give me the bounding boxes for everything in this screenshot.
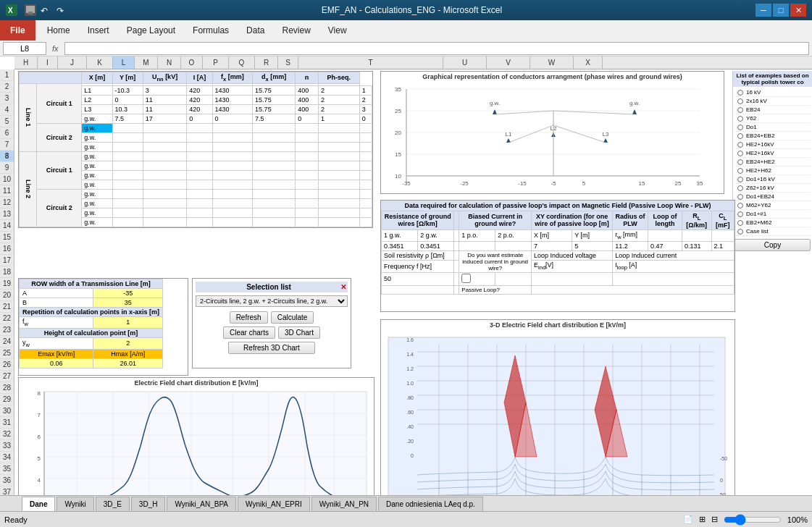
3d-chart-button[interactable]: 3D Chart xyxy=(278,326,320,339)
col-q: Q xyxy=(229,56,255,69)
col-p: P xyxy=(203,56,229,69)
window-title: EMF_AN - Calculations_ENG - Microsoft Ex… xyxy=(68,5,756,15)
svg-line-40 xyxy=(495,111,553,114)
svg-text:g.w.: g.w. xyxy=(490,100,500,106)
save-icon xyxy=(25,4,36,16)
redo-icon: ↷ xyxy=(56,4,68,16)
window-controls[interactable]: ─ □ ✕ xyxy=(756,4,806,17)
selection-close-btn[interactable]: ✕ xyxy=(340,283,346,291)
conductor-data-table: X [m] Y [m] Unn [kV] I [A] fx [mm] dx [m… xyxy=(18,71,373,228)
svg-text:15: 15 xyxy=(639,180,645,187)
conductor-chart-title: Graphical representation of conductors a… xyxy=(381,72,724,82)
titlebar: X ↶ ↷ EMF_AN - Calculations_ENG - Micros… xyxy=(0,0,812,20)
svg-text:0: 0 xyxy=(411,453,414,458)
menubar: File Home Insert Page Layout Formulas Da… xyxy=(0,20,812,41)
svg-text:-15: -15 xyxy=(518,180,527,187)
cell-reference[interactable] xyxy=(3,42,46,55)
menu-review[interactable]: Review xyxy=(273,22,319,38)
row-width-panel: ROW width of a Transmission Line [m] A -… xyxy=(18,278,188,376)
svg-line-41 xyxy=(553,111,635,114)
col-v: V xyxy=(487,56,530,69)
svg-text:1.6: 1.6 xyxy=(406,337,414,342)
estimate-induced-checkbox[interactable] xyxy=(461,274,471,283)
col-r: R xyxy=(255,56,278,69)
status-ready: Ready xyxy=(4,515,28,524)
svg-text:.20: .20 xyxy=(406,439,414,444)
svg-rect-42 xyxy=(44,392,367,495)
row-numbers: 1 2 3 4 5 6 7 8 9 10 11 12 13 14 15 16 1… xyxy=(0,69,14,495)
tab-wyniki[interactable]: Wyniki xyxy=(56,497,93,511)
svg-text:↷: ↷ xyxy=(56,6,64,16)
svg-text:50: 50 xyxy=(720,492,726,495)
fx-label: fx xyxy=(49,44,62,53)
tab-wyniki-an-bpa[interactable]: Wyniki_AN_BPA xyxy=(167,497,236,511)
conductor-arrangement-chart: Graphical representation of conductors a… xyxy=(380,71,724,194)
svg-line-38 xyxy=(508,125,553,143)
svg-text:X: X xyxy=(8,7,13,14)
clear-charts-button[interactable]: Clear charts xyxy=(223,326,275,339)
tab-dane[interactable]: Dane xyxy=(22,497,55,511)
tab-dane-odniesienia[interactable]: Dane odniesienia LAeq d.p. xyxy=(378,497,483,511)
svg-text:4: 4 xyxy=(38,477,41,484)
col-s: S xyxy=(278,56,298,69)
svg-text:.80: .80 xyxy=(406,395,414,400)
line-type-select[interactable]: 2-Circuits line, 2 g.w. + 2-Circuits lin… xyxy=(196,295,348,307)
title-left: X ↶ ↷ xyxy=(6,4,68,16)
svg-text:1.0: 1.0 xyxy=(406,381,414,386)
menu-data[interactable]: Data xyxy=(238,22,273,38)
tab-3d-h[interactable]: 3D_H xyxy=(131,497,166,511)
close-btn[interactable]: ✕ xyxy=(790,4,806,17)
refresh-button[interactable]: Refresh xyxy=(230,311,268,324)
menu-view[interactable]: View xyxy=(319,22,356,38)
menu-page-layout[interactable]: Page Layout xyxy=(118,22,184,38)
zoom-level: 100% xyxy=(787,515,808,524)
col-l: L xyxy=(113,56,135,69)
col-n: N xyxy=(158,56,181,69)
svg-marker-28 xyxy=(493,109,497,114)
file-menu-btn[interactable]: File xyxy=(0,20,35,41)
svg-text:0: 0 xyxy=(720,478,723,483)
status-view-normal[interactable]: 📄 xyxy=(683,515,693,524)
svg-text:10: 10 xyxy=(395,173,401,180)
col-m: M xyxy=(135,56,158,69)
menu-items: Home Insert Page Layout Formulas Data Re… xyxy=(35,20,812,41)
zoom-slider[interactable] xyxy=(724,514,782,526)
col-j: J xyxy=(58,56,87,69)
status-view-layout[interactable]: ⊞ xyxy=(699,515,706,524)
col-u: U xyxy=(443,56,487,69)
undo-icon: ↶ xyxy=(41,4,52,16)
svg-text:25: 25 xyxy=(395,108,401,114)
status-view-break[interactable]: ⊟ xyxy=(711,515,718,524)
svg-text:7: 7 xyxy=(38,412,41,418)
svg-text:6: 6 xyxy=(38,434,41,440)
col-t: T xyxy=(298,56,443,69)
excel-icon: X xyxy=(6,4,17,16)
formula-input[interactable] xyxy=(64,42,809,55)
spreadsheet-area: 1 2 3 4 5 6 7 8 9 10 11 12 13 14 15 16 1… xyxy=(0,69,812,495)
e-field-3d-title: 3-D Electric Field chart distribution E … xyxy=(381,320,734,330)
svg-line-39 xyxy=(553,125,606,143)
svg-text:-25: -25 xyxy=(460,180,469,187)
selection-list-panel: Selection list ✕ 2-Circuits line, 2 g.w.… xyxy=(192,278,351,368)
menu-home[interactable]: Home xyxy=(38,22,79,38)
svg-text:.60: .60 xyxy=(406,410,414,415)
plw-data-panel: Data required for calculation of passive… xyxy=(380,200,735,312)
copy-button[interactable]: Copy xyxy=(734,239,811,251)
svg-text:20: 20 xyxy=(395,130,401,136)
col-i: I xyxy=(38,56,58,69)
col-w: W xyxy=(530,56,574,69)
maximize-btn[interactable]: □ xyxy=(773,4,789,17)
svg-text:L1: L1 xyxy=(506,131,512,138)
tab-3d-e[interactable]: 3D_E xyxy=(96,497,130,511)
svg-text:↶: ↶ xyxy=(41,6,48,16)
tab-wyniki-an-epri[interactable]: Wyniki_AN_EPRI xyxy=(238,497,310,511)
calculate-button[interactable]: Calculate xyxy=(271,311,314,324)
refresh-3d-button[interactable]: Refresh 3D Chart xyxy=(228,342,315,354)
menu-insert[interactable]: Insert xyxy=(79,22,118,38)
menu-formulas[interactable]: Formulas xyxy=(184,22,238,38)
minimize-btn[interactable]: ─ xyxy=(756,4,771,17)
tab-wyniki-an-pn[interactable]: Wyniki_AN_PN xyxy=(311,497,377,511)
e-field-2d-title: Electric Field chart distribution E [kV/… xyxy=(19,378,374,388)
svg-text:1.4: 1.4 xyxy=(406,352,414,357)
electric-field-3d-chart: 3-D Electric Field chart distribution E … xyxy=(380,319,735,495)
